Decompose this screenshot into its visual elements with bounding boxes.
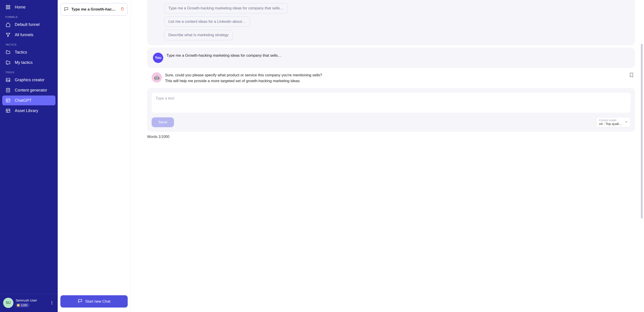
svg-rect-3: [8, 7, 10, 9]
sidebar-item-default-funnel[interactable]: Default funnel: [2, 20, 56, 29]
sidebar-item-home[interactable]: Home: [2, 2, 56, 12]
chat-input[interactable]: [152, 93, 630, 113]
history-column: Type me a Growth-hacki… Start new Chat: [58, 0, 130, 312]
suggestion-chip[interactable]: Type me a Growth-hacking marketing ideas…: [164, 3, 288, 13]
model-select-value: v4 - Top quali…: [599, 122, 622, 126]
svg-point-17: [52, 304, 52, 305]
token-count: 1195: [21, 304, 27, 307]
delete-icon[interactable]: [120, 7, 124, 12]
input-footer: Send Current model: v4 - Top quali…: [152, 117, 630, 127]
sidebar-item-label: ChatGPT: [15, 98, 32, 103]
start-new-chat-button[interactable]: Start new Chat: [60, 295, 128, 308]
chat-bubble-icon: [78, 298, 82, 305]
button-label: Start new Chat: [85, 299, 110, 304]
svg-rect-1: [8, 5, 10, 7]
svg-point-16: [52, 303, 52, 303]
coin-icon: [17, 304, 20, 307]
user-name: Semrush User: [16, 298, 47, 302]
sidebar: Home FUNNELS Default funnel All funnels …: [0, 0, 58, 312]
model-select[interactable]: Current model: v4 - Top quali…: [596, 117, 630, 127]
image-icon: [5, 77, 11, 83]
sidebar-item-label: Asset Library: [15, 109, 38, 113]
svg-rect-12: [6, 109, 10, 113]
ai-message-text: Sure, could you please specify what prod…: [165, 72, 326, 84]
sidebar-item-my-tactics[interactable]: MY My tactics: [2, 58, 56, 67]
ai-message-row: 🤖 Sure, could you please specify what pr…: [147, 72, 635, 84]
user-message-avatar: You: [153, 53, 163, 63]
sidebar-item-label: Home: [15, 5, 26, 9]
folder-icon: [5, 49, 11, 55]
home-icon: [5, 22, 11, 27]
svg-rect-2: [6, 7, 8, 9]
sidebar-item-label: All funnels: [15, 33, 33, 37]
sidebar-item-graphics-creator[interactable]: Graphics creator: [2, 75, 56, 85]
user-message-text: Type me a Growth-hacking marketing ideas…: [166, 53, 282, 58]
message-row: You Type me a Growth-hacking marketing i…: [153, 53, 629, 63]
bookmark-icon[interactable]: [629, 72, 634, 79]
scrollbar[interactable]: [641, 0, 643, 312]
input-card: Send Current model: v4 - Top quali…: [147, 88, 635, 132]
token-chip[interactable]: 1195: [16, 303, 30, 307]
chevron-down-icon: [624, 120, 628, 125]
sidebar-item-label: My tactics: [15, 60, 33, 65]
user-block: Semrush User 1195: [16, 298, 47, 307]
layout-icon: [5, 108, 11, 113]
doc-icon: [5, 88, 11, 93]
svg-point-15: [52, 301, 52, 302]
layout-icon: [5, 98, 11, 103]
sidebar-item-label: Default funnel: [15, 22, 40, 27]
suggestions-card: Type me a Growth-hacking marketing ideas…: [147, 0, 635, 45]
svg-rect-0: [6, 5, 8, 7]
sidebar-item-label: Graphics creator: [15, 78, 44, 82]
bot-avatar: 🤖: [152, 72, 162, 83]
more-button[interactable]: [49, 300, 54, 306]
suggestion-chip[interactable]: Describe what is marketing strategy: [164, 30, 233, 40]
chat-bubble-icon: [64, 6, 69, 12]
section-label-tactics: TACTICS: [0, 40, 58, 47]
scrollbar-thumb[interactable]: [641, 44, 643, 218]
suggestion-chip[interactable]: List me a content ideas for a Linkedin a…: [164, 16, 250, 27]
sidebar-item-asset-library[interactable]: Asset Library: [2, 106, 56, 116]
sidebar-footer: SU Semrush User 1195: [0, 294, 58, 312]
svg-text:MY: MY: [6, 64, 8, 65]
sidebar-item-chatgpt[interactable]: ChatGPT: [2, 96, 56, 105]
chat-area: Type me a Growth-hacking marketing ideas…: [130, 0, 644, 312]
section-label-tools: TOOLS: [0, 68, 58, 75]
word-count: Words 1/1000: [147, 135, 635, 139]
sidebar-item-label: Content generator: [15, 88, 47, 93]
svg-rect-9: [6, 99, 10, 102]
sidebar-item-label: Tactics: [15, 50, 27, 55]
user-message-card: You Type me a Growth-hacking marketing i…: [147, 48, 635, 68]
sidebar-item-all-funnels[interactable]: All funnels: [2, 30, 56, 40]
send-button[interactable]: Send: [152, 117, 174, 127]
grid-icon: [5, 4, 11, 10]
sidebar-item-content-generator[interactable]: Content generator: [2, 85, 56, 95]
model-select-label: Current model:: [599, 119, 622, 122]
history-item-label: Type me a Growth-hacki…: [71, 7, 118, 11]
filter-icon: [5, 32, 11, 37]
user-avatar[interactable]: SU: [3, 298, 14, 308]
sidebar-nav: Home FUNNELS Default funnel All funnels …: [0, 0, 58, 294]
folder-my-icon: MY: [5, 60, 11, 65]
section-label-funnels: FUNNELS: [0, 12, 58, 19]
chat-scroll[interactable]: Type me a Growth-hacking marketing ideas…: [130, 0, 644, 312]
history-item[interactable]: Type me a Growth-hacki…: [60, 3, 128, 16]
sidebar-item-tactics[interactable]: Tactics: [2, 47, 56, 57]
